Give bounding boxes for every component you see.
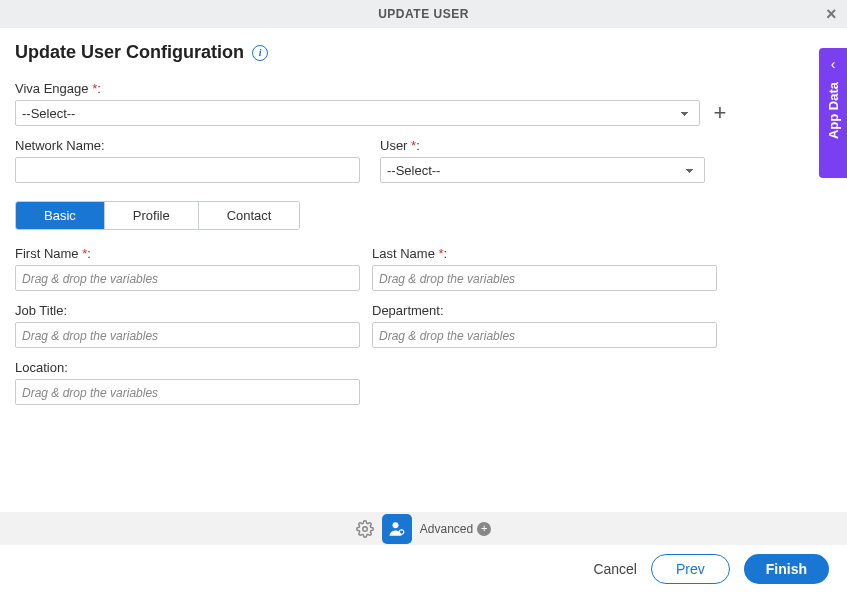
chevron-left-icon: ‹ <box>831 56 836 72</box>
viva-engage-select[interactable]: --Select-- <box>15 100 700 126</box>
required-asterisk: * <box>439 246 444 261</box>
required-asterisk: * <box>82 246 87 261</box>
viva-engage-row: --Select-- + <box>15 100 832 126</box>
footer-strip: Advanced + <box>0 512 847 545</box>
required-asterisk: * <box>92 81 97 96</box>
content-area: Update User Configuration i Viva Engage … <box>0 28 847 405</box>
network-name-input[interactable] <box>15 157 360 183</box>
network-name-group: Network Name: <box>15 138 360 183</box>
dialog-header: UPDATE USER × <box>0 0 847 28</box>
job-title-label: Job Title: <box>15 303 360 318</box>
advanced-plus-icon: + <box>477 522 491 536</box>
user-label: User *: <box>380 138 705 153</box>
action-bar: Cancel Prev Finish <box>593 554 829 584</box>
last-name-group: Last Name *: <box>372 246 717 291</box>
viva-engage-label: Viva Engage *: <box>15 81 832 96</box>
tab-profile[interactable]: Profile <box>105 202 199 229</box>
info-icon[interactable]: i <box>252 45 268 61</box>
first-name-group: First Name *: <box>15 246 360 291</box>
viva-engage-group: Viva Engage *: --Select-- + <box>15 81 832 126</box>
tab-basic[interactable]: Basic <box>16 202 105 229</box>
first-name-input[interactable] <box>15 265 360 291</box>
prev-button[interactable]: Prev <box>651 554 730 584</box>
user-group: User *: --Select-- <box>380 138 705 183</box>
user-select[interactable]: --Select-- <box>380 157 705 183</box>
app-data-drawer[interactable]: ‹ App Data <box>819 48 847 178</box>
cancel-button[interactable]: Cancel <box>593 561 637 577</box>
location-group: Location: <box>15 360 360 405</box>
department-input[interactable] <box>372 322 717 348</box>
last-name-label: Last Name *: <box>372 246 717 261</box>
svg-point-1 <box>392 522 398 528</box>
tab-group: Basic Profile Contact <box>15 201 300 230</box>
location-label: Location: <box>15 360 360 375</box>
user-config-icon[interactable] <box>382 514 412 544</box>
page-title-row: Update User Configuration i <box>15 42 832 63</box>
required-asterisk: * <box>411 138 416 153</box>
department-label: Department: <box>372 303 717 318</box>
svg-point-0 <box>363 526 368 531</box>
gear-icon[interactable] <box>356 520 374 538</box>
close-icon[interactable]: × <box>826 5 837 23</box>
first-name-label: First Name *: <box>15 246 360 261</box>
add-viva-icon[interactable]: + <box>710 103 730 123</box>
job-title-group: Job Title: <box>15 303 360 348</box>
last-name-input[interactable] <box>372 265 717 291</box>
network-name-label: Network Name: <box>15 138 360 153</box>
job-title-input[interactable] <box>15 322 360 348</box>
location-input[interactable] <box>15 379 360 405</box>
advanced-link[interactable]: Advanced + <box>420 522 491 536</box>
department-group: Department: <box>372 303 717 348</box>
finish-button[interactable]: Finish <box>744 554 829 584</box>
page-title: Update User Configuration <box>15 42 244 63</box>
dialog-title: UPDATE USER <box>378 7 469 21</box>
basic-tab-panel: First Name *: Last Name *: Job Title: De… <box>15 246 832 405</box>
network-user-row: Network Name: User *: --Select-- <box>15 138 832 183</box>
tab-contact[interactable]: Contact <box>199 202 300 229</box>
app-data-label: App Data <box>826 82 841 139</box>
advanced-label: Advanced <box>420 522 473 536</box>
